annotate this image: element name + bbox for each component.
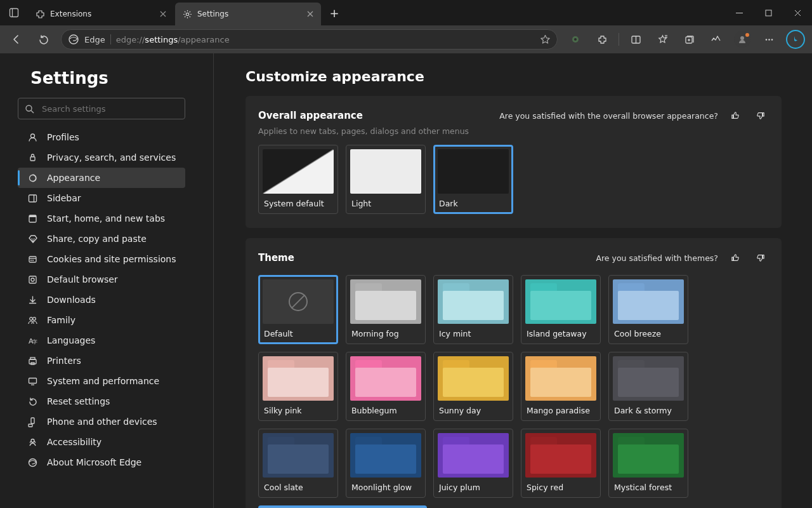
nav-icon	[27, 253, 38, 265]
theme-option-spicy-red[interactable]: Spicy red	[521, 429, 601, 498]
sidebar-item-about-microsoft-edge[interactable]: About Microsoft Edge	[18, 452, 185, 472]
window-maximize-button[interactable]	[754, 0, 783, 25]
nav-icon	[27, 233, 38, 244]
appearance-option-sysdef[interactable]: System default	[258, 145, 338, 214]
favorites-icon[interactable]	[650, 28, 675, 51]
extensions-icon[interactable]	[589, 28, 615, 51]
copilot-button[interactable]	[783, 28, 808, 51]
tab-icon	[183, 10, 192, 19]
svg-point-39	[31, 278, 34, 281]
theme-option-partial[interactable]	[258, 505, 427, 508]
sidebar-item-profiles[interactable]: Profiles	[18, 127, 185, 147]
browser-essentials-icon[interactable]	[563, 28, 588, 51]
sidebar-item-family[interactable]: Family	[18, 310, 185, 330]
svg-rect-0	[10, 9, 18, 17]
overall-title: Overall appearance	[258, 110, 363, 121]
theme-option-bubblegum[interactable]: Bubblegum	[346, 352, 426, 421]
svg-point-37	[32, 260, 34, 261]
theme-option-silky-pink[interactable]: Silky pink	[258, 352, 338, 421]
appearance-option-dark[interactable]: Dark	[433, 145, 513, 214]
sidebar-item-label: Appearance	[47, 173, 100, 183]
theme-option-icy-mint[interactable]: Icy mint	[433, 275, 513, 344]
settings-main: Customize appearance Overall appearance …	[214, 53, 812, 508]
sidebar-item-downloads[interactable]: Downloads	[18, 290, 185, 310]
sidebar-item-phone-and-other-devices[interactable]: Phone and other devices	[18, 411, 185, 432]
performance-icon[interactable]	[703, 28, 728, 51]
nav-icon	[27, 131, 38, 143]
nav-icon	[27, 314, 38, 326]
edge-logo-icon	[68, 34, 79, 45]
search-settings[interactable]	[18, 98, 185, 119]
sidebar-item-cookies-and-site-permissions[interactable]: Cookies and site permissions	[18, 249, 185, 269]
theme-option-label: Dark & stormy	[613, 406, 684, 415]
split-screen-icon[interactable]	[623, 28, 648, 51]
theme-option-mystical-forest[interactable]: Mystical forest	[608, 429, 688, 498]
new-tab-button[interactable]: +	[325, 3, 344, 22]
collections-icon[interactable]	[676, 28, 702, 51]
sidebar-item-default-browser[interactable]: Default browser	[18, 269, 185, 290]
theme-option-default[interactable]: Default	[258, 275, 338, 344]
theme-option-sunny-day[interactable]: Sunny day	[433, 352, 513, 421]
sidebar-item-sidebar[interactable]: Sidebar	[18, 188, 185, 208]
overall-subtitle: Applies to new tabs, pages, dialogs and …	[258, 126, 769, 136]
theme-option-mango-paradise[interactable]: Mango paradise	[521, 352, 601, 421]
theme-option-label: Mango paradise	[525, 406, 596, 415]
overall-like-button[interactable]	[727, 107, 743, 124]
close-tab-icon[interactable]	[160, 11, 166, 17]
address-bar[interactable]: Edge edge://settings/appearance	[61, 29, 558, 50]
sidebar-item-printers[interactable]: Printers	[18, 351, 185, 371]
toolbar: Edge edge://settings/appearance	[0, 25, 812, 53]
refresh-button[interactable]	[30, 28, 56, 51]
window-close-button[interactable]	[783, 0, 812, 25]
overall-dislike-button[interactable]	[752, 107, 769, 124]
theme-option-cool-slate[interactable]: Cool slate	[258, 429, 338, 498]
tab-label: Settings	[197, 10, 228, 18]
sidebar-item-label: Downloads	[47, 295, 96, 305]
theme-option-morning-fog[interactable]: Morning fog	[346, 275, 426, 344]
sidebar-item-appearance[interactable]: Appearance	[18, 168, 185, 188]
search-input[interactable]	[41, 104, 178, 114]
sidebar-item-accessibility[interactable]: Accessibility	[18, 432, 185, 452]
theme-option-label: Bubblegum	[350, 406, 421, 415]
more-menu-button[interactable]	[756, 28, 782, 51]
tab-icon	[36, 10, 45, 19]
addr-prefix: Edge	[84, 35, 105, 44]
theme-option-island-getaway[interactable]: Island getaway	[521, 275, 601, 344]
search-icon	[25, 104, 34, 114]
tab-extensions[interactable]: Extensions	[28, 3, 174, 25]
svg-point-4	[186, 13, 188, 15]
sidebar-item-label: Privacy, search, and services	[47, 152, 176, 163]
theme-dislike-button[interactable]	[752, 250, 769, 266]
window-minimize-button[interactable]	[724, 0, 754, 25]
svg-point-23	[768, 39, 770, 41]
sidebar-item-languages[interactable]: A字 Languages	[18, 330, 185, 351]
nav-icon	[27, 172, 38, 184]
theme-like-button[interactable]	[727, 250, 743, 266]
favorite-star-icon[interactable]	[540, 34, 551, 45]
sidebar-item-share-copy-and-paste[interactable]: Share, copy and paste	[18, 229, 185, 249]
svg-rect-51	[29, 424, 32, 427]
svg-rect-38	[29, 276, 36, 283]
sidebar-item-label: Share, copy and paste	[47, 234, 147, 244]
close-tab-icon[interactable]	[307, 11, 313, 17]
sidebar-item-privacy-search-and-services[interactable]: Privacy, search, and services	[18, 147, 185, 168]
sidebar-item-system-and-performance[interactable]: System and performance	[18, 371, 185, 391]
theme-option-cool-breeze[interactable]: Cool breeze	[608, 275, 688, 344]
theme-option-dark-stormy[interactable]: Dark & stormy	[608, 352, 688, 421]
theme-option-juicy-plum[interactable]: Juicy plum	[433, 429, 513, 498]
appearance-option-light[interactable]: Light	[346, 145, 426, 214]
theme-option-label: Island getaway	[525, 329, 596, 338]
back-button[interactable]	[4, 28, 29, 51]
sidebar-item-reset-settings[interactable]: Reset settings	[18, 391, 185, 411]
sidebar-item-start-home-and-new-tabs[interactable]: Start, home, and new tabs	[18, 208, 185, 229]
nav-icon: A字	[27, 335, 38, 346]
tab-actions-button[interactable]	[3, 1, 25, 24]
nav-icon	[27, 213, 38, 224]
appearance-option-label: Light	[350, 199, 421, 208]
svg-point-21	[740, 36, 744, 40]
overall-feedback-question: Are you satisfied with the overall brows…	[499, 111, 718, 121]
profile-button[interactable]	[730, 28, 755, 51]
theme-option-moonlight-glow[interactable]: Moonlight glow	[346, 429, 426, 498]
theme-option-label: Icy mint	[438, 329, 509, 338]
tab-settings[interactable]: Settings	[175, 3, 321, 25]
